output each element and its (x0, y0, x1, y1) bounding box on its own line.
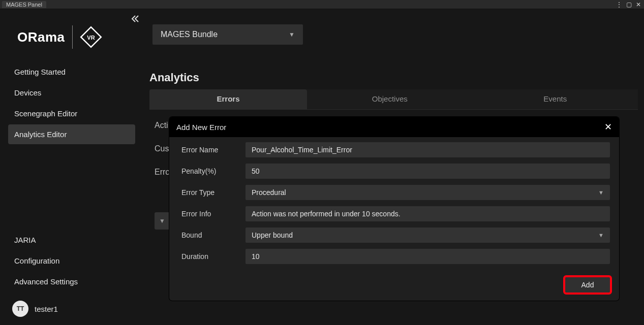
modal-title: Add New Error (176, 123, 226, 132)
chevron-down-icon: ▼ (598, 189, 604, 196)
add-button[interactable]: Add (565, 277, 610, 292)
field-value: 10 (252, 252, 260, 261)
field-label: Error Info (181, 210, 238, 218)
bg-label: Cus (155, 144, 170, 153)
window-controls: ⋮ ▢ ✕ (616, 2, 644, 8)
bundle-dropdown[interactable]: MAGES Bundle ▼ (152, 24, 303, 45)
user-row[interactable]: TT tester1 (0, 294, 143, 325)
nav-label: Getting Started (14, 68, 66, 76)
collapse-sidebar-icon[interactable] (130, 14, 140, 23)
field-penalty: Penalty(%) 50 (181, 164, 610, 179)
add-error-modal: Add New Error ✕ Error Name Pour_Alcohol_… (169, 117, 619, 301)
field-bound: Bound Upper bound ▼ (181, 228, 610, 243)
error-info-input[interactable]: Action was not performed in under 10 sec… (246, 206, 610, 221)
logo-text: ORama (17, 29, 65, 45)
field-error-name: Error Name Pour_Alcohol_Time_Limit_Error (181, 142, 610, 157)
logo-divider (72, 25, 73, 49)
error-name-input[interactable]: Pour_Alcohol_Time_Limit_Error (246, 142, 610, 157)
tab-label: Events (543, 94, 567, 103)
duration-input[interactable]: 10 (246, 249, 610, 264)
content-area: MAGES Bundle ▼ Analytics Errors Objectiv… (143, 9, 644, 325)
vr-diamond-icon: VR (80, 26, 102, 48)
nav-jaria[interactable]: JARIA (8, 230, 135, 250)
bg-obscured-labels: Acti Cus Erro (155, 121, 170, 177)
bg-label: Erro (155, 168, 170, 177)
tabs: Errors Objectives Events (149, 89, 638, 110)
nav-getting-started[interactable]: Getting Started (8, 62, 135, 82)
tab-events[interactable]: Events (473, 89, 638, 109)
penalty-input[interactable]: 50 (246, 164, 610, 179)
sidebar-nav-bottom: JARIA Configuration Advanced Settings (0, 228, 143, 294)
modal-footer: Add (169, 270, 619, 301)
nav-devices[interactable]: Devices (8, 83, 135, 103)
add-button-label: Add (581, 281, 594, 289)
bound-select[interactable]: Upper bound ▼ (246, 228, 610, 243)
field-value: Pour_Alcohol_Time_Limit_Error (252, 146, 352, 154)
field-error-type: Error Type Procedural ▼ (181, 185, 610, 200)
field-value: Action was not performed in under 10 sec… (252, 210, 401, 218)
modal-close-icon[interactable]: ✕ (604, 121, 612, 133)
svg-text:VR: VR (87, 35, 95, 41)
field-duration: Duration 10 (181, 249, 610, 264)
menu-icon[interactable]: ⋮ (616, 2, 622, 8)
nav-label: Analytics Editor (14, 130, 67, 139)
nav-scenegraph-editor[interactable]: Scenegraph Editor (8, 104, 135, 123)
field-error-info: Error Info Action was not performed in u… (181, 206, 610, 221)
nav-label: JARIA (14, 236, 36, 244)
bundle-dropdown-label: MAGES Bundle (161, 30, 218, 39)
error-type-select[interactable]: Procedural ▼ (246, 185, 610, 200)
nav-label: Devices (14, 88, 41, 97)
nav-label: Configuration (14, 256, 59, 265)
nav-label: Advanced Settings (14, 277, 78, 286)
modal-body: Error Name Pour_Alcohol_Time_Limit_Error… (169, 137, 619, 270)
nav-configuration[interactable]: Configuration (8, 251, 135, 271)
page-title: Analytics (149, 71, 199, 84)
close-icon[interactable]: ✕ (636, 2, 641, 8)
chevron-down-icon: ▼ (598, 232, 604, 238)
chevron-down-icon: ▼ (289, 31, 295, 38)
modal-header: Add New Error ✕ (169, 117, 619, 137)
title-bar: MAGES Panel ⋮ ▢ ✕ (0, 0, 644, 9)
sidebar: ORama VR Getting Started Devices Scenegr… (0, 9, 143, 325)
field-value: Procedural (252, 188, 286, 197)
main-panel: ORama VR Getting Started Devices Scenegr… (0, 9, 644, 325)
bg-foldout-icon[interactable]: ▼ (155, 212, 170, 230)
sidebar-nav-top: Getting Started Devices Scenegraph Edito… (0, 60, 143, 146)
field-label: Duration (181, 252, 238, 261)
avatar: TT (12, 301, 28, 317)
field-label: Bound (181, 231, 238, 239)
nav-analytics-editor[interactable]: Analytics Editor (8, 124, 135, 144)
window-title: MAGES Panel (2, 1, 46, 8)
tab-errors[interactable]: Errors (149, 89, 307, 109)
field-label: Error Name (181, 146, 238, 154)
field-value: Upper bound (252, 231, 293, 239)
field-label: Error Type (181, 188, 238, 197)
tab-objectives[interactable]: Objectives (307, 89, 473, 109)
tab-label: Errors (217, 94, 239, 103)
nav-label: Scenegraph Editor (14, 109, 77, 118)
logo: ORama VR (0, 9, 143, 60)
nav-advanced-settings[interactable]: Advanced Settings (8, 272, 135, 291)
tab-label: Objectives (372, 94, 408, 103)
field-value: 50 (252, 167, 260, 175)
field-label: Penalty(%) (181, 167, 238, 175)
user-name: tester1 (35, 305, 58, 313)
maximize-icon[interactable]: ▢ (626, 2, 632, 8)
bg-label: Acti (155, 121, 170, 130)
avatar-initials: TT (17, 305, 24, 312)
